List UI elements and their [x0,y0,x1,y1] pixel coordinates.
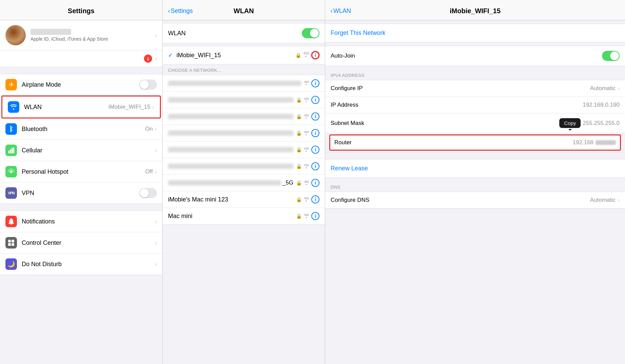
list-item[interactable]: 🔒 i [163,125,325,142]
control-center-label: Control Center [22,239,155,247]
connected-network-name: iMobie_WIFI_15 [176,52,295,59]
list-item[interactable]: i [163,75,325,92]
cellular-chevron: › [155,147,157,154]
n5-icons: 🔒 i [296,146,319,154]
n3-info-button[interactable]: i [311,112,319,121]
list-item[interactable]: 🔒 i [163,158,325,175]
ip-address-value: 192.168.0.190 [583,102,620,108]
configure-dns-label: Configure DNS [331,197,369,204]
avatar [5,25,26,45]
profile-name [30,29,71,35]
n9-info-button[interactable]: i [311,212,319,220]
n2-info-button[interactable]: i [311,96,319,104]
n9-name: Mac mini [168,213,293,220]
wlan-back-button[interactable]: ‹ Settings [168,7,193,15]
control-center-row[interactable]: Control Center › [0,232,162,254]
n1-icons: i [304,79,319,87]
network-blur-name [168,114,293,119]
detail-title: iMobie_WIFI_15 [450,7,500,15]
router-label: Router [334,139,352,146]
control-center-icon [5,237,17,249]
bluetooth-row[interactable]: ᛒ Bluetooth On › [0,119,162,140]
profile-subtitle: Apple ID, iCloud, iTunes & App Store [30,36,155,42]
hotspot-chevron: › [155,168,157,175]
profile-info: Apple ID, iCloud, iTunes & App Store [30,29,155,42]
wlan-panel: ‹ Settings WLAN WLAN ✓ iMobie_WIFI_15 🔒 [163,0,325,364]
list-item[interactable]: 🔒 i [163,92,325,108]
bluetooth-icon: ᛒ [5,123,17,135]
svg-rect-5 [8,240,11,242]
wlan-row[interactable]: WLAN iMobie_WIFI_15 › [1,95,161,119]
cellular-icon [5,145,17,156]
airplane-mode-row[interactable]: ✈ Airplane Mode [0,74,162,95]
dnd-chevron: › [155,261,157,268]
network-list: i 🔒 i 🔒 i [163,75,325,224]
ip-address-row: IP Address 192.168.0.190 [325,97,625,113]
wifi-icon [8,101,19,113]
n1-info-button[interactable]: i [311,79,319,87]
wlan-content: WLAN ✓ iMobie_WIFI_15 🔒 i [163,20,325,364]
vpn-row[interactable]: VPN VPN [0,183,162,204]
wlan-main-toggle[interactable] [302,28,319,38]
list-item[interactable]: 🔒 i [163,108,325,125]
notifications-label: Notifications [22,218,155,225]
router-blurred [596,140,616,145]
wlan-value: iMobie_WIFI_15 [108,104,150,110]
vpn-toggle[interactable] [139,188,157,198]
lock-icon: 🔒 [296,180,302,186]
n4-info-button[interactable]: i [311,129,319,137]
hotspot-row[interactable]: Personal Hotspot Off › [0,161,162,183]
badge-row[interactable]: 1 › [0,50,162,67]
svg-rect-8 [12,243,14,246]
lock-icon: 🔒 [296,97,302,103]
lock-icon: 🔒 [296,114,302,119]
dnd-row[interactable]: 🌙 Do Not Disturb › [0,254,162,275]
n8-info-button[interactable]: i [311,195,319,204]
profile-row[interactable]: Apple ID, iCloud, iTunes & App Store › [0,20,162,50]
n4-icons: 🔒 i [296,129,319,137]
n6-info-button[interactable]: i [311,162,319,170]
detail-back-button[interactable]: ‹ WLAN [331,7,351,15]
airplane-toggle[interactable] [139,80,157,90]
list-item[interactable]: iMobie's Mac mini 123 🔒 i [163,191,325,208]
lock-icon: 🔒 [296,213,302,219]
router-value: 192.168 [573,139,593,146]
vpn-icon: VPN [5,187,17,199]
detail-back-chevron: ‹ [331,7,333,15]
n5-info-button[interactable]: i [311,146,319,154]
list-item[interactable]: Mac mini 🔒 i [163,208,325,224]
system-group: Notifications › Control Center › [0,211,162,275]
dns-group: Configure DNS Automatic › [325,192,625,209]
configure-ip-chevron: › [618,85,620,92]
hotspot-icon [5,166,17,177]
n3-icons: 🔒 i [296,112,319,121]
configure-ip-text: Automatic [590,85,616,92]
connected-network-row[interactable]: ✓ iMobie_WIFI_15 🔒 i [163,46,325,64]
auto-join-toggle[interactable] [602,51,620,61]
cellular-row[interactable]: Cellular › [0,140,162,161]
copy-tooltip[interactable]: Copy [559,118,581,128]
router-row: Router 192.168 [329,134,621,151]
lock-icon: 🔒 [295,52,301,58]
notifications-row[interactable]: Notifications › [0,211,162,232]
detail-content: Forget This Network Auto-Join IPV4 ADDRE… [325,20,625,364]
list-item[interactable]: 🔒 i [163,142,325,158]
router-row-wrapper: Router 192.168 [325,133,625,152]
renew-lease-button[interactable]: Renew Lease [325,159,625,178]
configure-ip-row[interactable]: Configure IP Automatic › [325,80,625,97]
airplane-label: Airplane Mode [22,81,139,88]
list-item[interactable]: _5G 🔒 i [163,175,325,191]
svg-rect-6 [12,240,14,242]
bluetooth-label: Bluetooth [22,126,145,133]
n7-info-button[interactable]: i [311,179,319,187]
back-label: Settings [171,7,193,15]
vpn-toggle-knob [140,189,149,197]
control-center-chevron: › [155,239,157,247]
subnet-value: 255.255.255.0 [583,120,620,127]
forget-network-button[interactable]: Forget This Network [325,24,625,42]
configure-dns-row[interactable]: Configure DNS Automatic › [325,192,625,209]
notification-badge: 1 [144,55,152,63]
connected-info-button[interactable]: i [311,51,319,59]
checkmark-icon: ✓ [168,51,173,59]
dns-value-text: Automatic [590,197,616,204]
